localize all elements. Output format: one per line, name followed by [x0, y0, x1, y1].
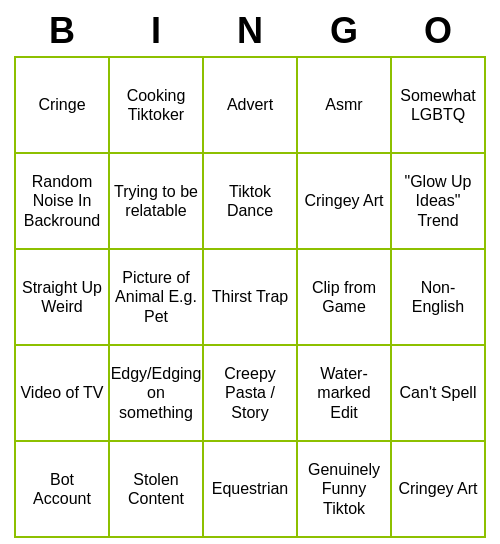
bingo-cell-text-21: Stolen Content: [114, 470, 198, 508]
bingo-cell-text-2: Advert: [227, 95, 273, 114]
bingo-cell-1: Cooking Tiktoker: [110, 58, 204, 154]
bingo-cell-2: Advert: [204, 58, 298, 154]
bingo-cell-3: Asmr: [298, 58, 392, 154]
bingo-cell-text-12: Thirst Trap: [212, 287, 288, 306]
bingo-cell-18: Water-marked Edit: [298, 346, 392, 442]
bingo-cell-4: Somewhat LGBTQ: [392, 58, 486, 154]
bingo-cell-13: Clip from Game: [298, 250, 392, 346]
bingo-cell-text-8: Cringey Art: [304, 191, 383, 210]
bingo-cell-text-23: Genuinely Funny Tiktok: [302, 460, 386, 518]
bingo-letter-b: B: [15, 10, 109, 52]
bingo-letter-g: G: [297, 10, 391, 52]
bingo-cell-text-19: Can't Spell: [400, 383, 477, 402]
bingo-letter-n: N: [203, 10, 297, 52]
bingo-cell-17: Creepy Pasta / Story: [204, 346, 298, 442]
bingo-cell-text-20: Bot Account: [20, 470, 104, 508]
bingo-cell-text-4: Somewhat LGBTQ: [396, 86, 480, 124]
bingo-cell-text-3: Asmr: [325, 95, 362, 114]
bingo-cell-text-16: Edgy/Edging on something: [111, 364, 202, 422]
bingo-cell-19: Can't Spell: [392, 346, 486, 442]
bingo-cell-24: Cringey Art: [392, 442, 486, 538]
bingo-cell-text-24: Cringey Art: [398, 479, 477, 498]
bingo-cell-0: Cringe: [16, 58, 110, 154]
bingo-cell-text-11: Picture of Animal E.g. Pet: [114, 268, 198, 326]
bingo-cell-text-0: Cringe: [38, 95, 85, 114]
bingo-cell-12: Thirst Trap: [204, 250, 298, 346]
bingo-cell-21: Stolen Content: [110, 442, 204, 538]
bingo-cell-10: Straight Up Weird: [16, 250, 110, 346]
bingo-cell-8: Cringey Art: [298, 154, 392, 250]
bingo-cell-text-15: Video of TV: [20, 383, 103, 402]
bingo-cell-text-14: Non-English: [396, 278, 480, 316]
bingo-cell-text-17: Creepy Pasta / Story: [208, 364, 292, 422]
bingo-cell-20: Bot Account: [16, 442, 110, 538]
bingo-cell-text-6: Trying to be relatable: [114, 182, 198, 220]
bingo-cell-text-10: Straight Up Weird: [20, 278, 104, 316]
bingo-cell-text-1: Cooking Tiktoker: [114, 86, 198, 124]
bingo-cell-7: Tiktok Dance: [204, 154, 298, 250]
bingo-title-row: BINGO: [15, 10, 485, 52]
bingo-cell-text-13: Clip from Game: [302, 278, 386, 316]
bingo-cell-text-18: Water-marked Edit: [302, 364, 386, 422]
bingo-cell-text-22: Equestrian: [212, 479, 289, 498]
bingo-cell-text-7: Tiktok Dance: [208, 182, 292, 220]
bingo-cell-5: Random Noise In Backround: [16, 154, 110, 250]
bingo-cell-14: Non-English: [392, 250, 486, 346]
bingo-cell-6: Trying to be relatable: [110, 154, 204, 250]
bingo-cell-15: Video of TV: [16, 346, 110, 442]
bingo-cell-16: Edgy/Edging on something: [110, 346, 204, 442]
bingo-letter-o: O: [391, 10, 485, 52]
bingo-cell-text-5: Random Noise In Backround: [20, 172, 104, 230]
bingo-cell-9: "Glow Up Ideas" Trend: [392, 154, 486, 250]
bingo-cell-11: Picture of Animal E.g. Pet: [110, 250, 204, 346]
bingo-cell-text-9: "Glow Up Ideas" Trend: [396, 172, 480, 230]
bingo-cell-22: Equestrian: [204, 442, 298, 538]
bingo-cell-23: Genuinely Funny Tiktok: [298, 442, 392, 538]
bingo-grid: CringeCooking TiktokerAdvertAsmrSomewhat…: [14, 56, 486, 538]
bingo-letter-i: I: [109, 10, 203, 52]
